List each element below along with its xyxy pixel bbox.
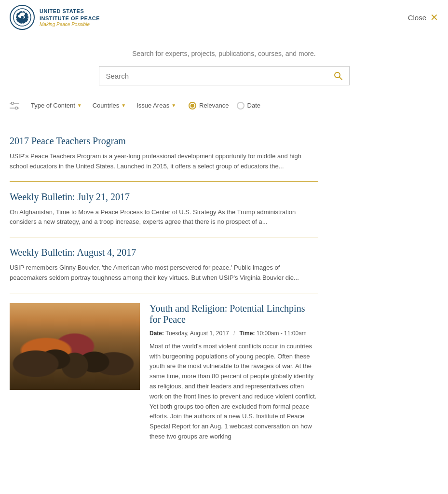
issue-areas-label: Issue Areas xyxy=(136,102,169,109)
article-item: 2017 Peace Teachers Program USIP's Peace… xyxy=(10,126,318,181)
logo-text: UNITED STATES INSTITUTE OF PEACE Making … xyxy=(40,8,100,27)
countries-filter[interactable]: Countries ▼ xyxy=(89,100,130,111)
time-label: Time: xyxy=(240,330,255,337)
article-item: Weekly Bulletin: July 21, 2017 On Afghan… xyxy=(10,182,318,237)
svg-point-12 xyxy=(18,22,19,23)
svg-point-6 xyxy=(22,11,23,12)
sliders-icon xyxy=(10,102,19,110)
results-area: 2017 Peace Teachers Program USIP's Peace… xyxy=(0,121,328,456)
logo-title: UNITED STATES INSTITUTE OF PEACE xyxy=(40,8,100,22)
type-of-content-filter[interactable]: Type of Content ▼ xyxy=(27,100,86,111)
date-label: Date: xyxy=(149,330,164,337)
type-of-content-label: Type of Content xyxy=(31,102,75,109)
svg-point-19 xyxy=(12,102,14,104)
article-item-with-image: Youth and Religion: Potential Linchpins … xyxy=(10,293,318,452)
article-title[interactable]: Weekly Bulletin: August 4, 2017 xyxy=(10,247,318,258)
article-meta: Date: Tuesday, August 1, 2017 / Time: 10… xyxy=(149,330,318,337)
article-excerpt: On Afghanistan, Time to Move a Peace Pro… xyxy=(10,207,318,228)
close-label: Close xyxy=(408,14,426,22)
search-button[interactable] xyxy=(334,71,342,80)
date-radio[interactable] xyxy=(237,102,244,110)
svg-point-9 xyxy=(27,18,28,19)
filter-settings-icon[interactable] xyxy=(10,102,19,110)
chevron-down-icon: ▼ xyxy=(171,103,176,108)
sort-section: Relevance Date xyxy=(189,102,260,110)
sort-date[interactable]: Date xyxy=(237,102,260,110)
logo-area[interactable]: UNITED STATES INSTITUTE OF PEACE Making … xyxy=(10,5,100,30)
svg-point-21 xyxy=(15,107,18,109)
search-bar: Peace xyxy=(99,66,350,85)
chevron-down-icon: ▼ xyxy=(121,103,126,108)
article-title[interactable]: Weekly Bulletin: July 21, 2017 xyxy=(10,192,318,203)
article-excerpt: USIP remembers Ginny Bouvier, 'the Ameri… xyxy=(10,263,318,283)
svg-point-13 xyxy=(16,18,17,19)
countries-label: Countries xyxy=(93,102,120,109)
search-tagline: Search for experts, projects, publicatio… xyxy=(10,50,438,57)
svg-point-10 xyxy=(25,22,26,23)
svg-point-8 xyxy=(27,15,28,16)
close-button[interactable]: Close ✕ xyxy=(408,13,438,22)
svg-point-14 xyxy=(16,15,17,16)
article-title[interactable]: 2017 Peace Teachers Program xyxy=(10,136,318,147)
logo-circle xyxy=(10,5,35,30)
svg-point-15 xyxy=(18,12,19,13)
close-icon: ✕ xyxy=(430,13,438,22)
issue-areas-filter[interactable]: Issue Areas ▼ xyxy=(133,100,180,111)
logo-subtitle: Making Peace Possible xyxy=(40,22,100,27)
article-thumbnail xyxy=(10,303,140,390)
relevance-radio[interactable] xyxy=(189,102,196,110)
relevance-label: Relevance xyxy=(199,102,229,109)
article-excerpt: USIP's Peace Teachers Program is a year-… xyxy=(10,151,318,172)
article-content: Youth and Religion: Potential Linchpins … xyxy=(149,303,318,442)
meta-separator: / xyxy=(233,330,235,337)
filters-bar: Type of Content ▼ Countries ▼ Issue Area… xyxy=(0,95,448,116)
logo-svg xyxy=(13,8,32,27)
time-value: 10:00am - 11:00am xyxy=(257,330,307,337)
svg-point-7 xyxy=(25,12,26,13)
svg-point-11 xyxy=(22,23,23,24)
svg-line-17 xyxy=(339,77,342,80)
search-section: Search for experts, projects, publicatio… xyxy=(0,35,448,95)
search-icon xyxy=(334,71,342,80)
date-label: Date xyxy=(247,102,260,109)
article-item: Weekly Bulletin: August 4, 2017 USIP rem… xyxy=(10,237,318,293)
search-bar-wrapper: Peace xyxy=(10,66,438,85)
article-excerpt: Most of the world's most violent conflic… xyxy=(149,342,318,442)
search-input[interactable]: Peace xyxy=(106,72,334,80)
chevron-down-icon: ▼ xyxy=(77,103,82,108)
site-header: UNITED STATES INSTITUTE OF PEACE Making … xyxy=(0,0,448,35)
sort-relevance[interactable]: Relevance xyxy=(189,102,229,110)
svg-point-5 xyxy=(21,16,24,19)
article-image-placeholder xyxy=(10,303,140,390)
article-title[interactable]: Youth and Religion: Potential Linchpins … xyxy=(149,303,318,325)
date-value: Tuesday, August 1, 2017 xyxy=(165,330,229,337)
